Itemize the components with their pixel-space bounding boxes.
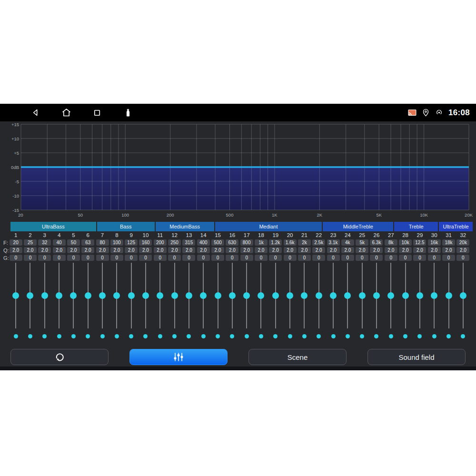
home-icon [61,108,71,118]
band-indicator-dot [288,334,292,338]
back-icon [31,108,40,117]
back-button[interactable] [30,108,40,118]
band-indicator-dot [71,334,76,338]
eq-gain-slider-ch22[interactable] [312,263,326,328]
band-indicator-dot [129,334,133,338]
eq-gain-slider-ch21[interactable] [297,263,311,328]
eq-gain-slider-ch9[interactable] [124,263,139,328]
band-tab-ultrabass[interactable]: UltraBass [10,222,96,231]
eq-gain-slider-ch31[interactable] [441,263,456,328]
slider-knob[interactable] [186,292,192,299]
slider-knob[interactable] [70,292,77,299]
band-indicator-dot [446,334,451,338]
eq-gain-slider-ch1[interactable] [9,263,23,328]
usb-status-button[interactable] [123,108,133,118]
slider-knob[interactable] [85,292,91,299]
slider-knob[interactable] [402,292,409,299]
slider-knob[interactable] [316,292,322,299]
eq-gain-slider-ch20[interactable] [283,263,297,328]
slider-knob[interactable] [272,292,279,299]
eq-gain-slider-ch25[interactable] [355,263,369,328]
eq-gain-slider-ch12[interactable] [167,263,181,328]
slider-knob[interactable] [258,292,264,299]
eq-gain-slider-ch15[interactable] [210,263,225,328]
slider-knob[interactable] [287,292,293,299]
eq-gain-slider-ch11[interactable] [153,263,167,328]
eq-gain-slider-ch17[interactable] [239,263,254,328]
eq-gain-slider-ch29[interactable] [413,263,427,328]
slider-knob[interactable] [215,292,221,299]
eq-gain-slider-ch3[interactable] [38,263,52,328]
slider-knob[interactable] [431,292,437,299]
eq-gain-slider-ch19[interactable] [268,263,283,328]
slider-knob[interactable] [460,292,466,299]
x-tick-label: 20 [18,212,23,218]
channel-number: 17 [239,231,254,239]
recents-button[interactable] [92,108,102,118]
frequency-value: 10k [399,239,412,246]
slider-knob[interactable] [99,292,106,299]
band-indicator-dot [331,334,336,338]
slider-knob[interactable] [157,292,163,299]
slider-knob[interactable] [229,292,236,299]
channel-number: 32 [456,231,470,239]
channel-number: 26 [369,231,384,239]
gain-value: 0 [139,255,152,261]
band-tab-bass[interactable]: Bass [97,222,155,231]
slider-knob[interactable] [373,292,380,299]
slider-knob[interactable] [330,292,337,299]
eq-gain-slider-ch5[interactable] [66,263,80,328]
eq-gain-slider-ch7[interactable] [95,263,109,328]
q-value: 2.0 [96,247,109,253]
equalizer-button[interactable] [129,349,228,365]
band-tab-ultratreble[interactable]: UltraTreble [439,222,473,231]
channel-number: 6 [81,231,95,239]
eq-gain-slider-ch8[interactable] [109,263,124,328]
eq-gain-slider-ch2[interactable] [23,263,37,328]
eq-gain-slider-ch13[interactable] [182,263,196,328]
band-tab-middletreble[interactable]: MiddleTreble [323,222,393,231]
slider-knob[interactable] [128,292,135,299]
eq-gain-slider-ch4[interactable] [52,263,66,328]
eq-gain-slider-ch30[interactable] [427,263,441,328]
channel-number: 22 [312,231,326,239]
gain-value: 0 [240,255,253,261]
slider-knob[interactable] [200,292,207,299]
eq-gain-slider-ch23[interactable] [326,263,340,328]
slider-knob[interactable] [113,292,120,299]
eq-gain-slider-ch26[interactable] [369,263,384,328]
scene-button[interactable]: Scene [248,349,347,365]
slider-knob[interactable] [12,292,19,299]
slider-knob[interactable] [344,292,351,299]
slider-knob[interactable] [56,292,62,299]
sound-field-button[interactable]: Sound field [367,349,466,365]
band-tab-mediumbass[interactable]: MediumBass [156,222,214,231]
eq-gain-slider-ch27[interactable] [384,263,398,328]
slider-knob[interactable] [416,292,423,299]
reset-icon [54,351,65,363]
slider-knob[interactable] [359,292,366,299]
slider-knob[interactable] [446,292,452,299]
eq-gain-slider-ch16[interactable] [225,263,239,328]
band-indicator-dot [172,334,177,338]
q-value: 2.0 [24,247,37,253]
eq-gain-slider-ch10[interactable] [139,263,153,328]
band-tab-mediant[interactable]: Mediant [215,222,322,231]
eq-gain-slider-ch24[interactable] [340,263,355,328]
slider-knob[interactable] [243,292,250,299]
slider-knob[interactable] [387,292,394,299]
slider-knob[interactable] [171,292,178,299]
eq-gain-slider-ch28[interactable] [398,263,412,328]
eq-gain-slider-ch6[interactable] [81,263,95,328]
eq-gain-slider-ch32[interactable] [456,263,470,328]
eq-gain-slider-ch18[interactable] [254,263,268,328]
eq-gain-slider-ch14[interactable] [196,263,210,328]
band-tab-treble[interactable]: Treble [394,222,438,231]
q-value: 2.0 [284,247,297,253]
slider-knob[interactable] [27,292,33,299]
slider-knob[interactable] [301,292,307,299]
home-button[interactable] [61,108,71,118]
slider-knob[interactable] [142,292,149,299]
reset-button[interactable] [10,349,109,365]
slider-knob[interactable] [41,292,48,299]
